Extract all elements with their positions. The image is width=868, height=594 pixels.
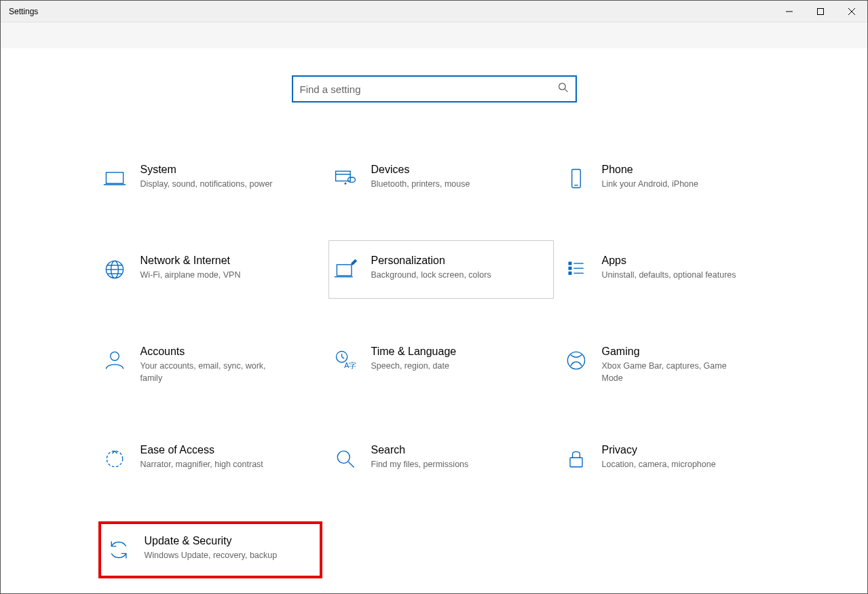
devices-icon	[329, 162, 362, 195]
category-subtitle: Xbox Game Bar, captures, Game Mode	[602, 360, 744, 384]
svg-line-5	[565, 89, 567, 92]
category-title: Phone	[602, 164, 698, 176]
category-subtitle: Find my files, permissions	[371, 459, 469, 471]
category-subtitle: Location, camera, microphone	[602, 459, 716, 471]
svg-point-4	[559, 83, 565, 90]
category-personalization[interactable]: Personalization Background, lock screen,…	[328, 240, 554, 299]
search-input[interactable]	[300, 83, 558, 95]
xbox-icon	[560, 344, 592, 377]
svg-point-11	[345, 183, 346, 184]
svg-line-35	[348, 462, 354, 468]
content-area: System Display, sound, notifications, po…	[1, 48, 867, 578]
personalization-icon	[329, 253, 362, 286]
svg-rect-6	[106, 172, 123, 183]
laptop-icon	[98, 162, 131, 195]
category-ease-of-access[interactable]: Ease of Access Narrator, magnifier, high…	[98, 430, 322, 487]
search-box[interactable]	[292, 75, 577, 103]
category-gaming[interactable]: Gaming Xbox Game Bar, captures, Game Mod…	[560, 332, 784, 396]
category-search[interactable]: Search Find my files, permissions	[329, 430, 553, 487]
svg-point-32	[567, 352, 584, 369]
category-subtitle: Bluetooth, printers, mouse	[371, 179, 470, 191]
category-devices[interactable]: Devices Bluetooth, printers, mouse	[329, 150, 553, 207]
category-phone[interactable]: Phone Link your Android, iPhone	[560, 150, 784, 207]
apps-icon	[560, 253, 592, 286]
category-title: Gaming	[602, 346, 744, 358]
category-title: Devices	[371, 164, 470, 176]
category-title: System	[140, 164, 273, 176]
category-title: Accounts	[140, 346, 283, 358]
category-title: Update & Security	[145, 535, 278, 547]
category-apps[interactable]: Apps Uninstall, defaults, optional featu…	[560, 241, 784, 298]
category-title: Time & Language	[371, 346, 457, 358]
svg-rect-23	[569, 272, 571, 275]
svg-text:A字: A字	[344, 361, 356, 369]
category-subtitle: Display, sound, notifications, power	[140, 179, 273, 191]
globe-icon	[98, 253, 131, 286]
category-time-language[interactable]: A字 Time & Language Speech, region, date	[329, 332, 553, 396]
category-title: Ease of Access	[140, 444, 263, 456]
update-icon	[102, 534, 135, 566]
ease-of-access-icon	[98, 443, 131, 475]
window-title: Settings	[1, 7, 38, 16]
category-title: Network & Internet	[140, 255, 241, 267]
maximize-button[interactable]	[805, 1, 836, 22]
person-icon	[98, 344, 131, 377]
category-subtitle: Your accounts, email, sync, work, family	[140, 360, 283, 384]
header-strip	[1, 22, 867, 48]
category-subtitle: Link your Android, iPhone	[602, 179, 698, 191]
window-controls	[774, 1, 867, 22]
svg-rect-19	[337, 265, 352, 276]
svg-point-27	[110, 352, 119, 360]
category-system[interactable]: System Display, sound, notifications, po…	[98, 150, 322, 207]
search-icon	[558, 82, 569, 96]
titlebar: Settings	[1, 1, 867, 22]
category-title: Search	[371, 444, 469, 456]
category-title: Privacy	[602, 444, 716, 456]
time-language-icon: A字	[329, 344, 362, 377]
svg-rect-21	[569, 262, 571, 265]
svg-rect-1	[818, 8, 824, 14]
svg-rect-36	[570, 458, 582, 467]
category-subtitle: Windows Update, recovery, backup	[145, 550, 278, 562]
category-subtitle: Uninstall, defaults, optional features	[602, 270, 736, 282]
svg-rect-10	[347, 177, 355, 182]
svg-point-33	[107, 451, 122, 466]
category-update-security[interactable]: Update & Security Windows Update, recove…	[98, 521, 322, 578]
category-accounts[interactable]: Accounts Your accounts, email, sync, wor…	[98, 332, 322, 396]
minimize-button[interactable]	[774, 1, 805, 22]
lock-icon	[560, 443, 592, 475]
category-subtitle: Speech, region, date	[371, 360, 457, 373]
category-privacy[interactable]: Privacy Location, camera, microphone	[560, 430, 784, 487]
svg-rect-22	[569, 267, 571, 270]
close-button[interactable]	[836, 1, 867, 22]
category-network[interactable]: Network & Internet Wi-Fi, airplane mode,…	[98, 241, 322, 298]
category-title: Personalization	[371, 255, 491, 267]
svg-line-30	[341, 357, 344, 359]
svg-point-34	[337, 451, 350, 463]
category-subtitle: Wi-Fi, airplane mode, VPN	[140, 270, 241, 282]
magnifier-icon	[329, 443, 362, 475]
category-title: Apps	[602, 255, 736, 267]
category-subtitle: Narrator, magnifier, high contrast	[140, 459, 263, 471]
category-subtitle: Background, lock screen, colors	[371, 270, 491, 282]
phone-icon	[560, 162, 592, 195]
settings-grid: System Display, sound, notifications, po…	[98, 150, 784, 578]
